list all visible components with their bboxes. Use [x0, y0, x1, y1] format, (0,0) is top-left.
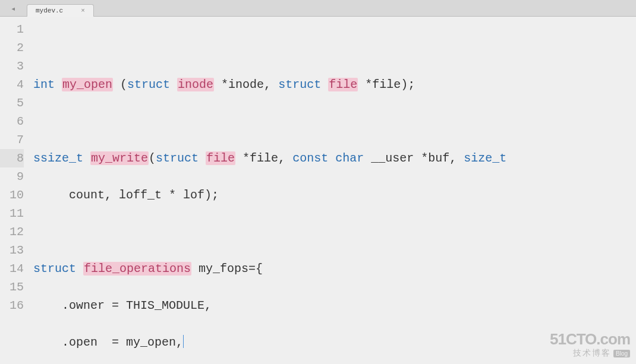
type-name: file_operations — [83, 262, 191, 276]
code-text: .open = my_open, — [33, 335, 183, 349]
code-line: .owner = THIS_MODULE, — [33, 296, 636, 315]
editor: 1 2 3 4 5 6 7 8 9 10 11 12 13 14 15 16 i… — [0, 17, 636, 364]
watermark: 51CTO.com 技术博客Blog — [550, 331, 630, 358]
code-line — [33, 223, 636, 241]
keyword: char — [335, 151, 364, 165]
line-number: 12 — [0, 223, 24, 241]
keyword: int — [33, 78, 55, 91]
file-tab[interactable]: mydev.c × — [27, 4, 94, 17]
line-number: 11 — [0, 204, 24, 223]
keyword: ssize_t — [33, 151, 83, 165]
watermark-title: 51CTO.com — [550, 331, 630, 348]
line-number: 9 — [0, 167, 24, 186]
line-number: 3 — [0, 57, 24, 75]
keyword: size_t — [464, 151, 506, 165]
type-name: file — [206, 151, 235, 165]
keyword: struct — [33, 262, 76, 276]
line-number: 7 — [0, 131, 24, 149]
function-name: my_open — [62, 78, 113, 91]
line-number: 10 — [0, 186, 24, 204]
line-number: 4 — [0, 75, 24, 94]
watermark-subtitle: 技术博客 — [573, 348, 611, 357]
code-text: *file, — [235, 151, 292, 165]
text-cursor — [183, 335, 184, 348]
tab-add-icon[interactable]: ◂ — [11, 4, 19, 12]
line-number: 14 — [0, 259, 24, 278]
code-text: *inode, — [214, 78, 278, 91]
line-number: 16 — [0, 296, 24, 315]
keyword: struct — [127, 78, 170, 91]
line-number: 1 — [0, 20, 24, 39]
code-text: my_fops={ — [191, 262, 263, 276]
line-number: 6 — [0, 112, 24, 131]
code-line — [33, 112, 636, 131]
code-text: __user *buf, — [364, 151, 464, 165]
line-gutter: 1 2 3 4 5 6 7 8 9 10 11 12 13 14 15 16 — [0, 17, 30, 364]
code-area[interactable]: int my_open (struct inode *inode, struct… — [30, 17, 636, 364]
code-line: .open = my_open, — [33, 333, 636, 352]
keyword: const — [292, 151, 328, 165]
line-number: 2 — [0, 39, 24, 57]
line-number: 5 — [0, 94, 24, 112]
code-line: ssize_t my_write(struct file *file, cons… — [33, 149, 636, 167]
code-text: count, loff_t * lof); — [33, 188, 219, 202]
close-icon[interactable]: × — [81, 7, 85, 14]
watermark-badge: Blog — [613, 350, 630, 357]
type-name: inode — [177, 78, 214, 91]
line-number: 8 — [0, 149, 24, 167]
code-line: struct file_operations my_fops={ — [33, 259, 636, 278]
tab-filename: mydev.c — [36, 7, 63, 14]
function-name: my_write — [90, 151, 149, 165]
line-number: 13 — [0, 241, 24, 259]
tab-bar: mydev.c × — [0, 0, 636, 17]
type-name: file — [328, 78, 358, 91]
line-number: 15 — [0, 278, 24, 296]
code-line: int my_open (struct inode *inode, struct… — [33, 75, 636, 94]
code-text: *file); — [358, 78, 415, 91]
code-text: .owner = THIS_MODULE, — [33, 299, 212, 312]
keyword: struct — [156, 151, 199, 165]
code-line — [33, 39, 636, 57]
keyword: struct — [278, 78, 321, 91]
code-line: count, loff_t * lof); — [33, 186, 636, 204]
